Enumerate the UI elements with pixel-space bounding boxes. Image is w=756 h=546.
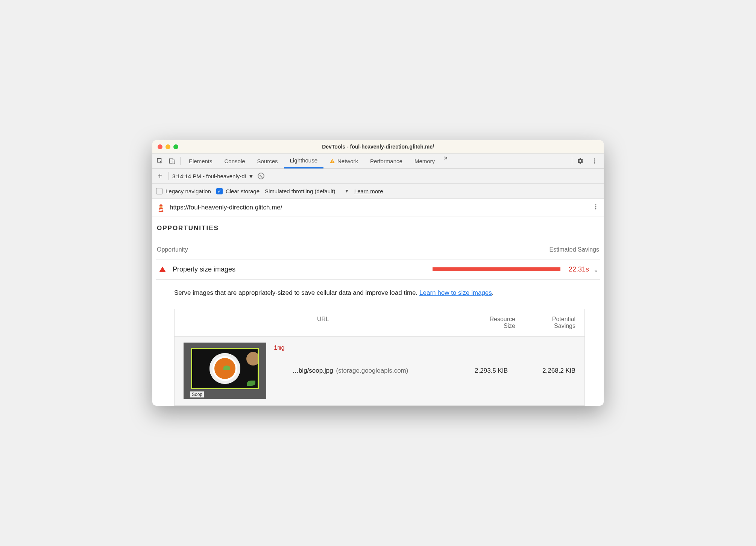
tab-lighthouse[interactable]: Lighthouse <box>284 154 323 168</box>
close-window-button[interactable] <box>158 144 162 149</box>
warning-icon <box>329 158 335 164</box>
table-row[interactable]: Soop img …big/soop.jpg (storage.googleap… <box>175 337 584 405</box>
tab-label: Console <box>225 158 245 164</box>
learn-link[interactable]: Learn how to size images <box>419 289 492 296</box>
report-url: https://foul-heavenly-direction.glitch.m… <box>170 204 588 211</box>
description-text: . <box>492 289 494 296</box>
tab-label: Network <box>337 158 358 164</box>
checkbox-label: Legacy navigation <box>165 188 211 194</box>
throttling-label: Simulated throttling (default) <box>265 188 335 194</box>
overflow-tabs-button[interactable]: » <box>441 154 451 168</box>
col-header-opportunity: Opportunity <box>157 246 549 253</box>
resource-table: URL ResourceSize PotentialSavings <box>174 309 585 406</box>
resource-size: 2,293.5 KiB <box>455 367 508 375</box>
svg-rect-3 <box>332 160 332 161</box>
checkbox-icon <box>216 188 223 194</box>
svg-point-11 <box>595 208 597 209</box>
col-header-savings: Estimated Savings <box>549 246 599 253</box>
window-title: DevTools - foul-heavenly-direction.glitc… <box>152 144 604 150</box>
col-header-potential-savings: PotentialSavings <box>515 316 575 329</box>
tab-sources[interactable]: Sources <box>251 154 284 168</box>
opportunity-column-headers: Opportunity Estimated Savings <box>156 237 600 259</box>
devtools-tabbar: Elements Console Sources Lighthouse Netw… <box>152 154 604 169</box>
resource-url: …big/soop.jpg (storage.googleapis.com) <box>292 367 448 375</box>
svg-point-10 <box>595 206 597 207</box>
checkbox-icon <box>156 188 162 194</box>
opportunity-bar-wrap <box>243 267 560 271</box>
resource-path: …big/soop.jpg <box>292 367 333 375</box>
svg-rect-4 <box>332 162 332 162</box>
opportunity-details: Serve images that are appropriately-size… <box>156 280 600 406</box>
opportunity-bar <box>433 267 560 271</box>
dropdown-caret-icon: ▼ <box>248 173 254 179</box>
report-content: OPPORTUNITIES Opportunity Estimated Savi… <box>152 217 604 406</box>
tab-memory[interactable]: Memory <box>408 154 441 168</box>
traffic-lights <box>152 144 178 149</box>
lighthouse-toolbar: + 3:14:14 PM - foul-heavenly-di ▼ <box>152 169 604 184</box>
tab-console[interactable]: Console <box>219 154 251 168</box>
col-header-resource-size: ResourceSize <box>463 316 515 329</box>
svg-point-9 <box>595 204 597 205</box>
resource-host: (storage.googleapis.com) <box>336 367 408 375</box>
divider <box>180 157 181 165</box>
fail-triangle-icon <box>159 267 166 272</box>
minimize-window-button[interactable] <box>165 144 170 149</box>
report-url-bar: https://foul-heavenly-direction.glitch.m… <box>152 199 604 217</box>
description-text: Serve images that are appropriately-size… <box>174 289 419 296</box>
tab-label: Memory <box>414 158 435 164</box>
tab-label: Performance <box>370 158 402 164</box>
tab-elements[interactable]: Elements <box>183 154 219 168</box>
svg-point-6 <box>594 161 595 162</box>
thumbnail-caption: Soop <box>190 391 204 397</box>
device-toolbar-icon[interactable] <box>166 155 178 167</box>
section-title: OPPORTUNITIES <box>156 224 600 237</box>
tab-label: Elements <box>189 158 213 164</box>
opportunity-value: 22.31s <box>569 265 589 273</box>
svg-rect-2 <box>172 160 175 164</box>
checkbox-label: Clear storage <box>226 188 260 194</box>
zoom-window-button[interactable] <box>173 144 178 149</box>
lighthouse-logo-icon <box>157 203 165 212</box>
svg-point-7 <box>594 162 595 164</box>
col-header-url: URL <box>184 316 463 329</box>
opportunity-title: Properly size images <box>173 265 235 273</box>
clear-report-icon[interactable] <box>258 173 264 179</box>
panel-tabs: Elements Console Sources Lighthouse Netw… <box>183 154 569 168</box>
svg-rect-8 <box>159 206 162 209</box>
divider <box>572 157 572 165</box>
svg-point-5 <box>594 159 595 160</box>
tab-label: Sources <box>257 158 278 164</box>
opportunity-description: Serve images that are appropriately-size… <box>174 288 585 298</box>
devtools-window: DevTools - foul-heavenly-direction.glitc… <box>152 140 604 406</box>
dropdown-caret-icon: ▼ <box>345 188 349 194</box>
tab-label: Lighthouse <box>290 157 317 164</box>
report-select[interactable]: 3:14:14 PM - foul-heavenly-di ▼ <box>172 173 254 179</box>
settings-icon[interactable] <box>574 155 586 167</box>
learn-more-link[interactable]: Learn more <box>354 188 383 194</box>
potential-savings: 2,268.2 KiB <box>515 367 575 375</box>
more-menu-icon[interactable] <box>589 155 601 167</box>
inspect-element-icon[interactable] <box>154 155 166 167</box>
clear-storage-checkbox[interactable]: Clear storage <box>216 188 260 194</box>
legacy-navigation-checkbox[interactable]: Legacy navigation <box>156 188 211 194</box>
element-tag: img <box>274 344 285 351</box>
new-report-button[interactable]: + <box>155 172 164 180</box>
lighthouse-options-bar: Legacy navigation Clear storage Simulate… <box>152 184 604 199</box>
tab-network[interactable]: Network <box>323 154 364 168</box>
tab-performance[interactable]: Performance <box>364 154 408 168</box>
divider <box>168 172 169 180</box>
chevron-up-icon: ⌃ <box>594 266 598 273</box>
report-select-label: 3:14:14 PM - foul-heavenly-di <box>172 173 246 179</box>
opportunity-row[interactable]: Properly size images 22.31s ⌃ <box>156 259 600 280</box>
table-header: URL ResourceSize PotentialSavings <box>175 309 584 337</box>
throttling-select[interactable]: Simulated throttling (default) ▼ <box>265 188 349 194</box>
report-menu-icon[interactable] <box>592 203 599 212</box>
resource-thumbnail: Soop <box>184 343 266 399</box>
titlebar: DevTools - foul-heavenly-direction.glitc… <box>152 140 604 154</box>
